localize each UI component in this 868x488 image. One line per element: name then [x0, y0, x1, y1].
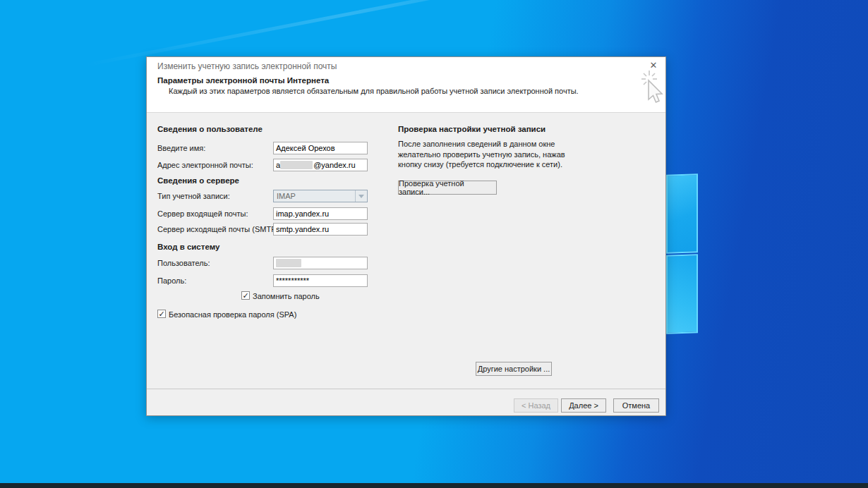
dialog-header-band: Изменить учетную запись электронной почт…: [147, 57, 665, 113]
account-type-value: IMAP: [274, 192, 355, 200]
remember-password-checkbox[interactable]: ✓: [241, 291, 250, 300]
spa-label: Безопасная проверка пароля (SPA): [169, 310, 296, 319]
next-button[interactable]: Далее >: [561, 398, 606, 413]
windows-logo-pane-top: [666, 173, 698, 254]
taskbar-strip: [0, 483, 868, 488]
email-suffix: @yandex.ru: [313, 159, 355, 171]
dialog-title: Изменить учетную запись электронной почт…: [157, 61, 337, 71]
incoming-server-label: Сервер входящей почты:: [157, 209, 248, 218]
back-button: < Назад: [514, 398, 558, 413]
spa-checkbox[interactable]: ✓: [157, 310, 166, 318]
user-label: Пользователь:: [157, 259, 210, 267]
incoming-server-input[interactable]: imap.yandex.ru: [273, 207, 368, 220]
section-user-info: Сведения о пользователе: [157, 125, 263, 133]
checkmark-icon: ✓: [242, 291, 248, 300]
password-value: ***********: [276, 275, 309, 286]
chevron-down-icon: [355, 190, 367, 202]
section-login: Вход в систему: [157, 243, 219, 251]
section-test-settings: Проверка настройки учетной записи: [398, 125, 545, 133]
page-subtitle: Каждый из этих параметров является обяза…: [169, 87, 579, 95]
account-type-select[interactable]: IMAP: [273, 190, 368, 202]
email-account-dialog: Изменить учетную запись электронной почт…: [146, 56, 666, 416]
remember-password-label: Запомнить пароль: [253, 292, 320, 300]
name-value: Адексей Орехов: [276, 142, 335, 154]
email-censor-blur: [280, 161, 313, 169]
windows-logo-pane-bottom: [666, 254, 698, 334]
section-server-info: Сведения о сервере: [157, 176, 239, 185]
email-input[interactable]: a @yandex.ru: [273, 159, 368, 171]
name-input[interactable]: Адексей Орехов: [273, 142, 368, 154]
test-account-button[interactable]: Проверка учетной записи...: [398, 181, 497, 195]
more-settings-button[interactable]: Другие настройки ...: [476, 362, 552, 376]
footer-divider: [147, 389, 665, 389]
busy-cursor-icon: [639, 68, 665, 108]
incoming-server-value: imap.yandex.ru: [276, 208, 329, 219]
email-label: Адрес электронной почты:: [157, 161, 253, 169]
user-input[interactable]: [273, 257, 368, 269]
password-label: Пароль:: [157, 276, 186, 285]
cancel-button[interactable]: Отмена: [613, 398, 659, 413]
test-settings-description: После заполнения сведений в данном окне …: [398, 139, 624, 170]
page-title: Параметры электронной почты Интернета: [157, 76, 329, 85]
name-label: Введите имя:: [157, 144, 205, 152]
outgoing-server-label: Сервер исходящей почты (SMTP):: [157, 225, 281, 233]
user-censor-blur: [276, 259, 301, 267]
outgoing-server-value: smtp.yandex.ru: [276, 224, 329, 235]
password-input[interactable]: ***********: [273, 274, 368, 287]
checkmark-icon: ✓: [158, 310, 164, 318]
account-type-label: Тип учетной записи:: [157, 192, 230, 200]
outgoing-server-input[interactable]: smtp.yandex.ru: [273, 223, 368, 236]
